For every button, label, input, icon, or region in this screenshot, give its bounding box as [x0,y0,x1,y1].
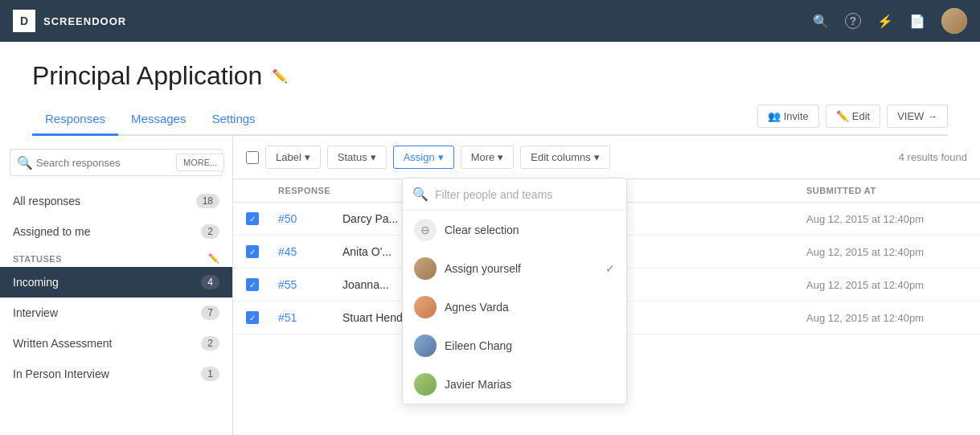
written-badge: 2 [201,336,219,351]
user-avatar[interactable] [941,8,967,34]
response-link[interactable]: #51 [278,311,342,324]
assigned-badge: 2 [201,224,219,239]
interview-badge: 7 [201,306,219,320]
search-input[interactable] [36,157,171,169]
status-button[interactable]: Status ▾ [327,146,387,169]
sidebar-item-all-responses[interactable]: All responses 18 [0,186,232,216]
dropdown-search-bar: 🔍 [403,179,626,211]
clear-icon: ⊖ [414,219,437,241]
incoming-badge: 4 [201,275,219,289]
sidebar: 🔍 MORE... All responses 18 Assigned to m… [0,136,233,435]
assign-yourself-item[interactable]: Assign yourself ✓ [403,249,626,288]
logo-text: SCREENDOOR [43,15,126,27]
tab-bar: Responses Messages Settings 👥 Invite ✏️ … [32,104,948,136]
tab-messages[interactable]: Messages [118,104,199,136]
sidebar-item-interview[interactable]: Interview 7 [0,298,232,328]
checkmark-icon: ✓ [605,262,615,275]
javier-marias-item[interactable]: Javier Marias [403,365,626,404]
in-person-badge: 1 [201,367,219,381]
invite-icon: 👥 [768,110,781,122]
row-checkbox[interactable]: ✓ [246,278,259,291]
page-header: Principal Application ✏️ Responses Messa… [0,42,980,136]
edit-columns-button[interactable]: Edit columns ▾ [520,146,609,169]
edit-columns-chevron-icon: ▾ [594,151,600,163]
all-responses-badge: 18 [196,194,219,208]
response-link[interactable]: #50 [278,212,342,225]
more-button[interactable]: MORE... [176,154,224,171]
top-navigation: D SCREENDOOR 🔍 ? ⚡ 📄 [0,0,980,42]
statuses-section: STATUSES ✏️ [0,247,232,267]
assign-search-input[interactable] [435,188,617,201]
self-avatar [414,257,437,280]
select-all-checkbox[interactable] [246,151,259,164]
status-chevron-icon: ▾ [371,151,376,163]
agnes-avatar [414,296,437,318]
invite-button[interactable]: 👥 Invite [757,105,819,128]
clear-selection-item[interactable]: ⊖ Clear selection [403,211,626,249]
row-checkbox[interactable]: ✓ [246,212,259,225]
doc-icon[interactable]: 📄 [909,14,925,29]
main-layout: 🔍 MORE... All responses 18 Assigned to m… [0,136,980,435]
nav-right: 🔍 ? ⚡ 📄 [813,8,967,34]
more-button[interactable]: More ▾ [461,146,515,169]
tab-responses[interactable]: Responses [32,104,118,136]
sidebar-item-incoming[interactable]: Incoming 4 [0,267,232,298]
label-button[interactable]: Label ▾ [265,146,321,169]
assign-chevron-icon: ▾ [438,151,444,163]
eileen-avatar [414,334,437,357]
view-button[interactable]: VIEW → [887,105,948,128]
row-checkbox[interactable]: ✓ [246,245,259,258]
more-chevron-icon: ▾ [498,151,503,163]
dropdown-search-icon: 🔍 [412,187,428,202]
results-count: 4 results found [899,151,967,163]
bolt-icon[interactable]: ⚡ [877,14,893,29]
page-content: Principal Application ✏️ Responses Messa… [0,42,980,435]
assign-button[interactable]: Assign ▾ [393,146,454,169]
logo-icon: D [13,10,35,32]
assign-dropdown: 🔍 ⊖ Clear selection Assign yourself ✓ Ag… [402,178,627,404]
eileen-chang-item[interactable]: Eileen Chang [403,326,626,365]
javier-avatar [414,373,437,396]
sidebar-item-assigned-to-me[interactable]: Assigned to me 2 [0,216,232,247]
sidebar-item-in-person-interview[interactable]: In Person Interview 1 [0,359,232,389]
help-icon[interactable]: ? [845,13,861,29]
content-area: Label ▾ Status ▾ Assign ▾ More ▾ Edit co… [233,136,980,435]
response-link[interactable]: #45 [278,245,342,258]
edit-title-icon[interactable]: ✏️ [272,68,288,84]
label-chevron-icon: ▾ [305,151,310,163]
nav-left: D SCREENDOOR [13,10,126,32]
statuses-edit-icon[interactable]: ✏️ [208,253,220,264]
edit-button[interactable]: ✏️ Edit [826,105,880,128]
tab-settings[interactable]: Settings [199,104,268,136]
search-icon[interactable]: 🔍 [813,14,829,29]
agnes-varda-item[interactable]: Agnes Varda [403,288,626,326]
sidebar-item-written-assessment[interactable]: Written Assessment 2 [0,328,232,359]
page-title: Principal Application ✏️ [32,61,948,91]
search-icon: 🔍 [17,155,33,170]
response-link[interactable]: #55 [278,278,342,291]
pencil-icon: ✏️ [836,110,849,122]
tab-actions: 👥 Invite ✏️ Edit VIEW → [757,104,948,134]
toolbar: Label ▾ Status ▾ Assign ▾ More ▾ Edit co… [233,136,980,179]
search-bar: 🔍 MORE... [10,149,223,176]
row-checkbox[interactable]: ✓ [246,311,259,324]
